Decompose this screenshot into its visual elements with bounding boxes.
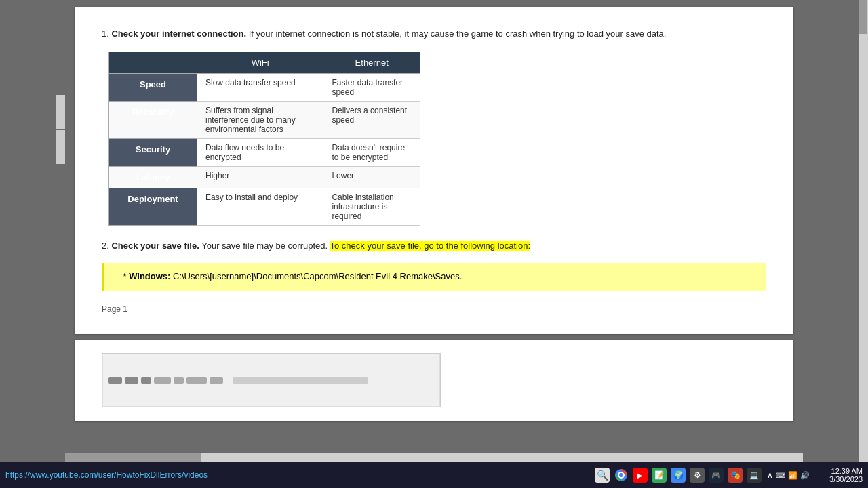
scrollbar-thumb[interactable] [859,0,867,34]
comparison-table: WiFi Ethernet Speed Slow data transfer s… [108,52,420,226]
row-wifi-deployment: Easy to install and deploy [197,188,323,225]
table-row: Security Data flow needs to be encrypted… [109,138,420,166]
svg-point-2 [619,473,623,477]
taskbar-time: 12:39 AM 3/30/2023 [815,467,863,483]
chrome-icon[interactable] [614,468,629,483]
document-page-1: 1. Check your internet connection. If yo… [75,7,793,334]
show-hidden-icon[interactable]: ∧ [767,470,773,480]
network-icon: 📶 [788,471,797,480]
row-ethernet-reliability: Delivers a consistent speed [323,101,420,138]
row-wifi-security: Data flow needs to be encrypted [197,138,323,166]
table-row: Reliability Suffers from signal interfer… [109,101,420,138]
system-tray: ∧ ⌨ 📶 🔊 [767,470,810,480]
intro-paragraph: 1. Check your internet connection. If yo… [102,27,766,41]
table-row: Speed Slow data transfer speed Faster da… [109,73,420,101]
left-tab-2[interactable] [56,130,65,164]
search-icon[interactable]: 🔍 [595,468,610,483]
play-icon[interactable]: ▶ [633,468,648,483]
row-ethernet-latency: Lower [323,166,420,188]
settings-icon[interactable]: ⚙ [690,468,705,483]
row-ethernet-speed: Faster data transfer speed [323,73,420,101]
intro-bold: Check your internet connection. [111,28,246,39]
red-app-icon[interactable]: 🎭 [728,468,743,483]
table-ethernet-header: Ethernet [323,52,420,73]
row-label-reliability: Reliability [109,101,197,138]
row-wifi-speed: Slow data transfer speed [197,73,323,101]
steam-icon[interactable]: 🎮 [709,468,724,483]
check-save-paragraph: 2. Check your save file. Your save file … [102,239,766,253]
horizontal-scrollbar[interactable] [65,453,803,462]
path-block: * Windows: C:\Users\[username]\Documents… [102,263,766,291]
row-label-latency: Latency [109,166,197,188]
table-wifi-header: WiFi [197,52,323,73]
page-container: 1. Check your internet connection. If yo… [65,0,803,433]
terminal-icon[interactable]: 💻 [747,468,762,483]
keyboard-icon: ⌨ [776,472,785,479]
row-label-security: Security [109,138,197,166]
time-display: 12:39 AM [815,467,863,475]
notes-icon[interactable]: 📝 [652,468,667,483]
check-save-bold: Check your save file. [111,241,199,251]
page-number: Page 1 [102,304,766,314]
windows-bold: Windows: [129,271,170,281]
table-row: Latency Higher Lower [109,166,420,188]
row-ethernet-security: Data doesn't require to be encrypted [323,138,420,166]
row-label-speed: Speed [109,73,197,101]
table-empty-header [109,52,197,73]
page-preview-image [102,353,441,407]
row-label-deployment: Deployment [109,188,197,225]
date-display: 3/30/2023 [815,475,863,483]
table-row: Deployment Easy to install and deploy Ca… [109,188,420,225]
taskbar-icons: 🔍 ▶ 📝 🌍 ⚙ 🎮 🎭 💻 [595,468,762,483]
globe-icon[interactable]: 🌍 [671,468,686,483]
h-scrollbar-thumb[interactable] [65,453,201,462]
row-wifi-reliability: Suffers from signal interference due to … [197,101,323,138]
highlighted-text: To check your save file, go to the follo… [330,241,531,251]
vertical-scrollbar[interactable] [859,0,868,462]
main-content-area: 1. Check your internet connection. If yo… [65,0,803,462]
taskbar-url[interactable]: https://www.youtube.com/user/HowtoFixDll… [5,470,589,480]
volume-icon: 🔊 [800,471,810,480]
left-tab-1[interactable] [56,95,65,129]
row-ethernet-deployment: Cable installation infrastructure is req… [323,188,420,225]
taskbar: https://www.youtube.com/user/HowtoFixDll… [0,462,868,488]
document-page-2-preview [75,340,793,421]
row-wifi-latency: Higher [197,166,323,188]
